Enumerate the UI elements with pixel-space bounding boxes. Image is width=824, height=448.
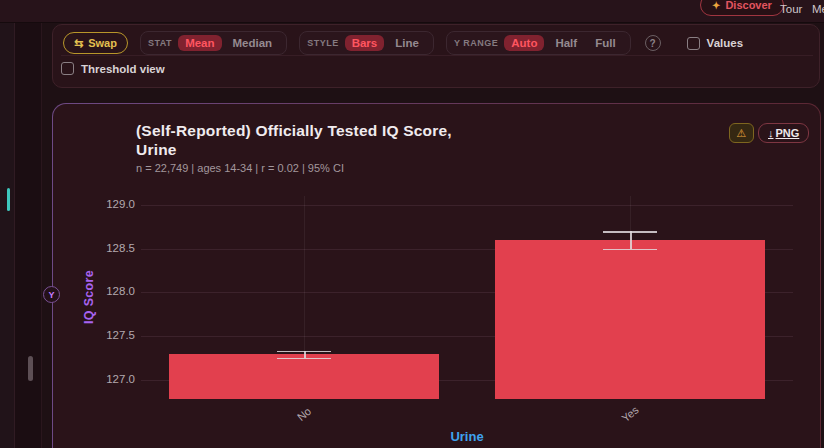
yrange-option-auto[interactable]: Auto [504, 35, 544, 51]
yrange-segment: Y RANGE Auto Half Full [446, 31, 631, 55]
y-gridline [141, 205, 793, 206]
threshold-checkbox[interactable] [61, 62, 74, 75]
x-tick-label: Yes [619, 404, 640, 425]
x-tick-label: No [295, 405, 313, 423]
warning-button[interactable]: ⚠ [729, 123, 754, 143]
error-bar-stem [630, 231, 632, 249]
x-axis-title: Urine [450, 429, 483, 444]
stat-option-median[interactable]: Median [226, 35, 280, 51]
png-download-button[interactable]: ↓ PNG [758, 123, 809, 143]
rail-divider [14, 23, 15, 448]
nav-tour[interactable]: Tour [780, 3, 802, 15]
download-icon: ↓ [768, 127, 774, 139]
y-tick-label: 129.0 [81, 198, 135, 210]
help-icon[interactable]: ? [645, 35, 661, 51]
style-option-line[interactable]: Line [388, 35, 426, 51]
controls-panel: ⇆ Swap STAT Mean Median STYLE Bars Line … [52, 24, 820, 88]
yrange-option-full[interactable]: Full [588, 35, 622, 51]
app-root: ✦ Discover Tour Me ⇆ Swap STAT Mean Medi… [0, 0, 824, 448]
png-label: PNG [776, 127, 800, 139]
stat-option-mean[interactable]: Mean [178, 35, 221, 51]
y-tick-label: 128.5 [81, 242, 135, 254]
controls-row: ⇆ Swap STAT Mean Median STYLE Bars Line … [63, 31, 743, 55]
y-axis-badge[interactable]: Y [43, 286, 60, 303]
yrange-segment-label: Y RANGE [454, 38, 498, 48]
discover-button[interactable]: ✦ Discover [700, 0, 784, 16]
bar-no[interactable] [169, 354, 439, 400]
style-segment-label: STYLE [307, 38, 339, 48]
style-option-bars[interactable]: Bars [345, 35, 385, 51]
error-bar-cap-low [277, 358, 331, 360]
warning-icon: ⚠ [737, 127, 747, 140]
controls-separator [61, 55, 813, 56]
values-checkbox[interactable] [687, 37, 700, 50]
swap-label: Swap [88, 37, 117, 49]
gutter-scrollbar[interactable] [28, 356, 33, 381]
values-checkbox-label: Values [707, 37, 743, 49]
bar-yes[interactable] [495, 240, 765, 399]
y-tick-label: 127.5 [81, 329, 135, 341]
rail-active-indicator [7, 188, 10, 211]
chart-title-line1: (Self-Reported) Officially Tested IQ Sco… [136, 121, 452, 140]
nav-menu[interactable]: Me [812, 3, 824, 15]
values-toggle-row: Values [687, 37, 743, 50]
swap-button[interactable]: ⇆ Swap [63, 32, 128, 54]
sparkle-icon: ✦ [712, 0, 720, 11]
threshold-row: Threshold view [61, 62, 165, 75]
yrange-option-half[interactable]: Half [548, 35, 584, 51]
chart-subtitle: n = 22,749 | ages 14-34 | r = 0.02 | 95%… [136, 162, 344, 174]
threshold-checkbox-label: Threshold view [81, 63, 165, 75]
error-bar-cap-low [603, 249, 657, 251]
y-tick-label: 127.0 [81, 373, 135, 385]
top-nav: ✦ Discover Tour Me [0, 0, 824, 23]
swap-icon: ⇆ [74, 37, 83, 50]
chart-card: (Self-Reported) Officially Tested IQ Sco… [52, 103, 821, 448]
left-rail [0, 23, 14, 448]
left-gutter [14, 23, 41, 448]
gutter-divider [41, 23, 42, 448]
style-segment: STYLE Bars Line [299, 31, 434, 55]
chart-title-line2: Urine [136, 140, 452, 159]
chart-card-inner: (Self-Reported) Officially Tested IQ Sco… [53, 104, 820, 448]
stat-segment-label: STAT [148, 38, 172, 48]
stat-segment: STAT Mean Median [140, 31, 287, 55]
discover-label: Discover [725, 0, 771, 11]
error-bar-stem [304, 351, 306, 358]
y-tick-label: 128.0 [81, 285, 135, 297]
chart-title: (Self-Reported) Officially Tested IQ Sco… [136, 121, 452, 159]
